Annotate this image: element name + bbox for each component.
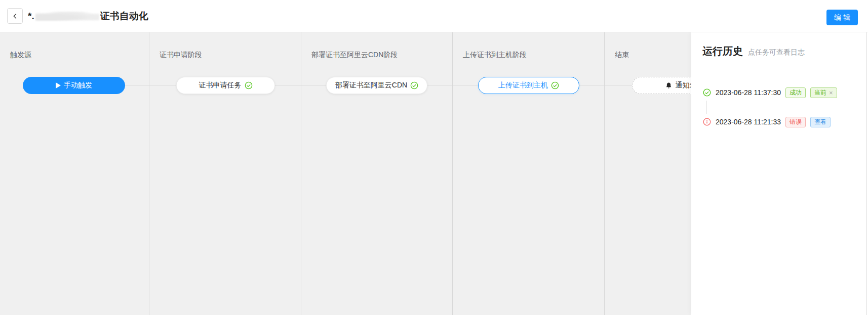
timeline-connector [706, 101, 707, 114]
close-icon[interactable]: × [829, 89, 833, 96]
stage-label: 上传证书到主机阶段 [463, 51, 527, 60]
task-node-deploy-cdn[interactable]: 部署证书至阿里云CDN [326, 77, 427, 94]
view-log-button[interactable]: 查看 [810, 117, 831, 127]
stage-label: 部署证书至阿里云CDN阶段 [311, 51, 398, 60]
check-circle-icon [245, 81, 253, 89]
panel-right-edge [866, 32, 867, 315]
task-label: 部署证书至阿里云CDN [335, 81, 407, 90]
history-entry[interactable]: 2023-06-28 11:21:33 错误 查看 [703, 116, 831, 128]
status-badge-error: 错误 [785, 117, 806, 127]
history-timestamp: 2023-06-28 11:37:30 [716, 88, 781, 97]
check-circle-icon [410, 81, 418, 89]
error-icon [703, 118, 711, 126]
history-entry[interactable]: 2023-06-28 11:37:30 成功 当前 × [703, 86, 837, 99]
check-circle-icon [551, 81, 559, 89]
task-label: 上传证书到主机 [498, 81, 548, 90]
task-node-cert-request[interactable]: 证书申请任务 [176, 77, 275, 94]
chevron-left-icon [11, 12, 19, 20]
redacted-domain [35, 12, 99, 21]
stage-column-upload-host: 上传证书到主机阶段 [453, 32, 605, 315]
run-history-hint: 点任务可查看日志 [748, 48, 805, 57]
success-icon [703, 88, 711, 97]
stage-label: 证书申请阶段 [160, 51, 202, 60]
stage-label: 结束 [615, 51, 629, 60]
task-label: 证书申请任务 [199, 81, 242, 90]
page-header: *. 证书自动化 编 辑 [0, 0, 868, 32]
current-badge[interactable]: 当前 × [810, 87, 837, 98]
page-title: *. 证书自动化 [28, 0, 148, 32]
edit-button[interactable]: 编 辑 [826, 10, 858, 25]
task-node-upload-host[interactable]: 上传证书到主机 [478, 77, 579, 94]
bell-icon [665, 82, 673, 89]
status-badge-success: 成功 [785, 87, 806, 98]
stage-column-cert-request: 证书申请阶段 [149, 32, 301, 315]
run-history-panel: 运行历史 点任务可查看日志 2023-06-28 11:37:30 成功 当前 … [691, 32, 868, 315]
page-title-prefix: *. [28, 11, 34, 22]
stage-label: 触发源 [10, 51, 31, 60]
stage-column-deploy-cdn: 部署证书至阿里云CDN阶段 [301, 32, 453, 315]
history-timestamp: 2023-06-28 11:21:33 [716, 118, 781, 126]
back-button[interactable] [7, 8, 23, 24]
manual-trigger-button[interactable]: 手动触发 [23, 77, 125, 94]
run-history-title: 运行历史 [702, 44, 743, 58]
play-icon [56, 82, 61, 88]
stage-column-trigger: 触发源 [0, 32, 149, 315]
trigger-label: 手动触发 [64, 81, 92, 90]
page-title-suffix: 证书自动化 [100, 10, 148, 23]
